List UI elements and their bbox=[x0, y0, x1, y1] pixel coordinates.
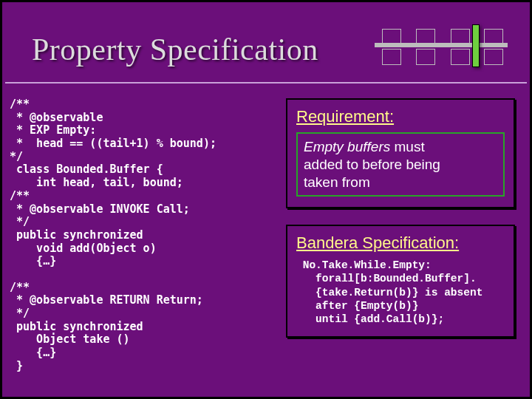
right-column: Requirement: Empty buffers must added to… bbox=[286, 98, 515, 354]
code-column: /** * @observable * EXP Empty: * head ==… bbox=[10, 98, 283, 372]
bandera-panel: Bandera Specification: No.Take.While.Emp… bbox=[286, 225, 515, 338]
diagram bbox=[367, 17, 515, 72]
divider bbox=[5, 82, 527, 83]
requirement-text: must bbox=[390, 139, 424, 154]
slide-title: Property Specification bbox=[32, 32, 318, 67]
requirement-em: Empty buffers bbox=[304, 139, 390, 154]
bandera-heading: Bandera Specification: bbox=[296, 233, 505, 253]
bandera-body: No.Take.While.Empty: forall[b:Bounded.Bu… bbox=[296, 259, 505, 326]
diagram-box bbox=[451, 29, 470, 45]
requirement-text: taken from bbox=[304, 174, 370, 190]
diagram-box bbox=[451, 49, 470, 65]
requirement-heading: Requirement: bbox=[296, 107, 505, 126]
diagram-box bbox=[484, 49, 503, 65]
code-block: /** * @observable * EXP Empty: * head ==… bbox=[10, 98, 283, 372]
diagram-box bbox=[484, 29, 503, 45]
requirement-panel: Requirement: Empty buffers must added to… bbox=[286, 98, 515, 208]
diagram-highlight bbox=[472, 24, 480, 67]
diagram-box bbox=[382, 29, 401, 45]
requirement-box: Empty buffers must added to before being… bbox=[296, 132, 505, 197]
requirement-text: added to before being bbox=[304, 157, 440, 172]
slide: Property Specification /** * @observable… bbox=[2, 2, 530, 397]
diagram-box bbox=[416, 29, 435, 45]
diagram-box bbox=[382, 49, 401, 65]
diagram-box bbox=[416, 49, 435, 65]
